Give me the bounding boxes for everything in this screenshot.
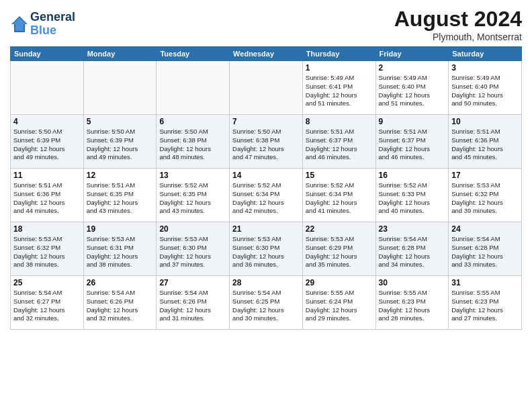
calendar-cell: 4Sunrise: 5:50 AMSunset: 6:39 PMDaylight… [11,115,84,169]
col-header-monday: Monday [83,47,157,61]
day-info: Sunrise: 5:52 AMSunset: 6:35 PMDaylight:… [159,181,226,216]
logo-text: General Blue [30,11,75,38]
day-info: Sunrise: 5:53 AMSunset: 6:30 PMDaylight:… [159,235,226,269]
calendar-table: SundayMondayTuesdayWednesdayThursdayFrid… [10,46,522,330]
day-info: Sunrise: 5:50 AMSunset: 6:38 PMDaylight:… [159,128,226,162]
calendar-cell: 18Sunrise: 5:53 AMSunset: 6:32 PMDayligh… [11,222,84,276]
calendar-cell: 31Sunrise: 5:55 AMSunset: 6:23 PMDayligh… [449,276,522,330]
day-info: Sunrise: 5:53 AMSunset: 6:31 PMDaylight:… [87,235,154,269]
calendar-cell: 10Sunrise: 5:51 AMSunset: 6:36 PMDayligh… [449,115,522,169]
page: General Blue August 2024 Plymouth, Monts… [0,0,532,411]
day-number: 1 [306,63,373,73]
calendar-cell: 7Sunrise: 5:50 AMSunset: 6:38 PMDaylight… [230,115,303,169]
calendar-week-row: 11Sunrise: 5:51 AMSunset: 6:36 PMDayligh… [11,169,522,222]
calendar-cell: 11Sunrise: 5:51 AMSunset: 6:36 PMDayligh… [11,169,84,222]
day-number: 19 [87,224,154,234]
calendar-week-row: 1Sunrise: 5:49 AMSunset: 6:41 PMDaylight… [11,61,522,115]
day-info: Sunrise: 5:54 AMSunset: 6:28 PMDaylight:… [451,235,519,269]
day-info: Sunrise: 5:55 AMSunset: 6:23 PMDaylight:… [379,289,446,323]
calendar-cell: 27Sunrise: 5:54 AMSunset: 6:26 PMDayligh… [157,276,230,330]
day-number: 15 [306,171,373,180]
calendar-cell: 13Sunrise: 5:52 AMSunset: 6:35 PMDayligh… [157,169,230,222]
day-number: 14 [232,171,300,180]
day-info: Sunrise: 5:53 AMSunset: 6:32 PMDaylight:… [451,181,519,216]
calendar-cell: 28Sunrise: 5:54 AMSunset: 6:25 PMDayligh… [230,276,303,330]
day-info: Sunrise: 5:53 AMSunset: 6:29 PMDaylight:… [306,235,373,269]
calendar-cell: 30Sunrise: 5:55 AMSunset: 6:23 PMDayligh… [375,276,449,330]
location-subtitle: Plymouth, Montserrat [394,32,522,42]
calendar-cell: 14Sunrise: 5:52 AMSunset: 6:34 PMDayligh… [230,169,303,222]
day-number: 20 [159,224,226,234]
logo-icon [10,15,29,34]
day-number: 31 [451,278,519,287]
calendar-week-row: 18Sunrise: 5:53 AMSunset: 6:32 PMDayligh… [11,222,522,276]
day-number: 3 [451,63,519,73]
header: General Blue August 2024 Plymouth, Monts… [10,7,522,42]
calendar-cell [11,61,84,115]
calendar-week-row: 4Sunrise: 5:50 AMSunset: 6:39 PMDaylight… [11,115,522,169]
day-number: 13 [159,171,226,180]
day-number: 2 [379,63,446,73]
day-info: Sunrise: 5:51 AMSunset: 6:37 PMDaylight:… [306,128,373,162]
day-info: Sunrise: 5:50 AMSunset: 6:38 PMDaylight:… [232,128,300,162]
calendar-cell: 2Sunrise: 5:49 AMSunset: 6:40 PMDaylight… [375,61,449,115]
day-number: 18 [13,224,81,234]
calendar-cell: 6Sunrise: 5:50 AMSunset: 6:38 PMDaylight… [157,115,230,169]
day-info: Sunrise: 5:51 AMSunset: 6:36 PMDaylight:… [451,128,519,162]
day-number: 27 [159,278,226,287]
day-info: Sunrise: 5:51 AMSunset: 6:35 PMDaylight:… [87,181,154,216]
day-info: Sunrise: 5:49 AMSunset: 6:40 PMDaylight:… [379,74,446,108]
day-info: Sunrise: 5:50 AMSunset: 6:39 PMDaylight:… [13,128,81,162]
calendar-cell: 26Sunrise: 5:54 AMSunset: 6:26 PMDayligh… [83,276,157,330]
calendar-cell: 20Sunrise: 5:53 AMSunset: 6:30 PMDayligh… [157,222,230,276]
calendar-cell: 24Sunrise: 5:54 AMSunset: 6:28 PMDayligh… [449,222,522,276]
day-number: 23 [379,224,446,234]
day-number: 30 [379,278,446,287]
calendar-cell: 29Sunrise: 5:55 AMSunset: 6:24 PMDayligh… [302,276,375,330]
day-info: Sunrise: 5:52 AMSunset: 6:34 PMDaylight:… [232,181,300,216]
day-info: Sunrise: 5:50 AMSunset: 6:39 PMDaylight:… [87,128,154,162]
day-info: Sunrise: 5:53 AMSunset: 6:30 PMDaylight:… [232,235,300,269]
calendar-cell: 15Sunrise: 5:52 AMSunset: 6:34 PMDayligh… [302,169,375,222]
calendar-cell: 16Sunrise: 5:52 AMSunset: 6:33 PMDayligh… [375,169,449,222]
day-number: 22 [306,224,373,234]
col-header-wednesday: Wednesday [230,47,303,61]
calendar-cell [230,61,303,115]
col-header-sunday: Sunday [11,47,84,61]
day-number: 9 [379,117,446,126]
day-number: 21 [232,224,300,234]
day-number: 16 [379,171,446,180]
day-info: Sunrise: 5:51 AMSunset: 6:36 PMDaylight:… [13,181,81,216]
calendar-cell [83,61,157,115]
title-block: August 2024 Plymouth, Montserrat [394,7,522,42]
day-number: 10 [451,117,519,126]
day-number: 5 [87,117,154,126]
col-header-saturday: Saturday [449,47,522,61]
logo-line1: General [30,11,75,24]
day-info: Sunrise: 5:51 AMSunset: 6:37 PMDaylight:… [379,128,446,162]
col-header-thursday: Thursday [302,47,375,61]
logo-line2: Blue [30,24,75,38]
day-info: Sunrise: 5:52 AMSunset: 6:34 PMDaylight:… [306,181,373,216]
day-info: Sunrise: 5:54 AMSunset: 6:25 PMDaylight:… [232,289,300,323]
calendar-cell: 22Sunrise: 5:53 AMSunset: 6:29 PMDayligh… [302,222,375,276]
day-number: 4 [13,117,81,126]
calendar-cell: 9Sunrise: 5:51 AMSunset: 6:37 PMDaylight… [375,115,449,169]
day-info: Sunrise: 5:53 AMSunset: 6:32 PMDaylight:… [13,235,81,269]
calendar-cell: 25Sunrise: 5:54 AMSunset: 6:27 PMDayligh… [11,276,84,330]
day-number: 12 [87,171,154,180]
calendar-cell [157,61,230,115]
day-number: 25 [13,278,81,287]
day-info: Sunrise: 5:54 AMSunset: 6:27 PMDaylight:… [13,289,81,323]
calendar-header-row: SundayMondayTuesdayWednesdayThursdayFrid… [11,47,522,61]
day-info: Sunrise: 5:49 AMSunset: 6:40 PMDaylight:… [451,74,519,108]
calendar-cell: 3Sunrise: 5:49 AMSunset: 6:40 PMDaylight… [449,61,522,115]
day-info: Sunrise: 5:54 AMSunset: 6:26 PMDaylight:… [159,289,226,323]
calendar-cell: 21Sunrise: 5:53 AMSunset: 6:30 PMDayligh… [230,222,303,276]
day-number: 17 [451,171,519,180]
calendar-cell: 5Sunrise: 5:50 AMSunset: 6:39 PMDaylight… [83,115,157,169]
day-info: Sunrise: 5:55 AMSunset: 6:23 PMDaylight:… [451,289,519,323]
day-number: 26 [87,278,154,287]
day-number: 11 [13,171,81,180]
month-title: August 2024 [394,7,522,32]
